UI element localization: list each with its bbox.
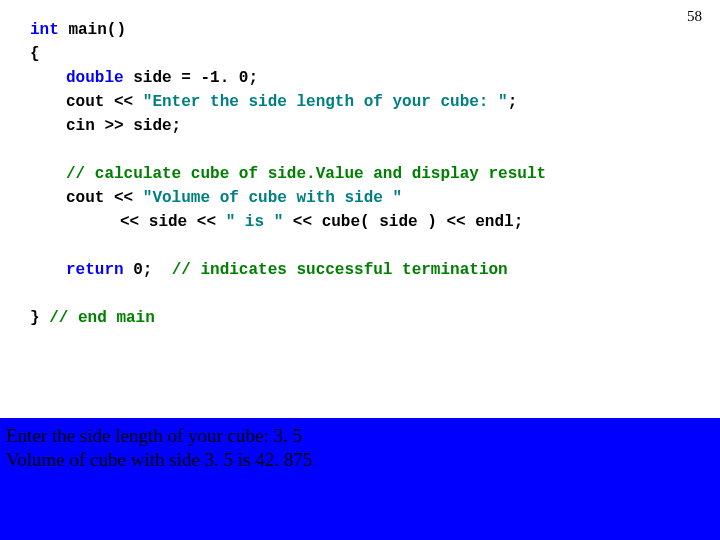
- code-block: int main() { double side = -1. 0; cout <…: [0, 0, 720, 330]
- code-line: } // end main: [30, 306, 720, 330]
- blank-line: [30, 138, 720, 162]
- code-text: << cube( side ) << endl;: [283, 213, 523, 231]
- output-line: Enter the side length of your cube: 3. 5: [6, 424, 714, 448]
- code-text: main(): [59, 21, 126, 39]
- keyword-double: double: [66, 69, 124, 87]
- code-line: cout << "Volume of cube with side ": [30, 186, 720, 210]
- code-text: cout <<: [66, 189, 143, 207]
- code-text: side = -1. 0;: [124, 69, 258, 87]
- keyword-return: return: [66, 261, 124, 279]
- comment: // indicates successful termination: [172, 261, 508, 279]
- code-line: return 0; // indicates successful termin…: [30, 258, 720, 282]
- code-line: {: [30, 42, 720, 66]
- blank-line: [30, 234, 720, 258]
- blank-line: [30, 282, 720, 306]
- code-line: << side << " is " << cube( side ) << end…: [30, 210, 720, 234]
- keyword-int: int: [30, 21, 59, 39]
- code-line: // calculate cube of side.Value and disp…: [30, 162, 720, 186]
- code-text: 0;: [124, 261, 172, 279]
- code-line: double side = -1. 0;: [30, 66, 720, 90]
- code-line: cin >> side;: [30, 114, 720, 138]
- string-literal: "Volume of cube with side ": [143, 189, 402, 207]
- code-text: cout <<: [66, 93, 143, 111]
- code-text: << side <<: [120, 213, 226, 231]
- string-literal: "Enter the side length of your cube: ": [143, 93, 508, 111]
- output-line: Volume of cube with side 3. 5 is 42. 875: [6, 448, 714, 472]
- comment: // calculate cube of side.Value and disp…: [66, 165, 546, 183]
- code-text: }: [30, 309, 49, 327]
- code-line: cout << "Enter the side length of your c…: [30, 90, 720, 114]
- code-text: ;: [508, 93, 518, 111]
- page-number: 58: [687, 8, 702, 25]
- code-line: int main(): [30, 18, 720, 42]
- string-literal: " is ": [226, 213, 284, 231]
- comment: // end main: [49, 309, 155, 327]
- program-output-block: Enter the side length of your cube: 3. 5…: [0, 418, 720, 540]
